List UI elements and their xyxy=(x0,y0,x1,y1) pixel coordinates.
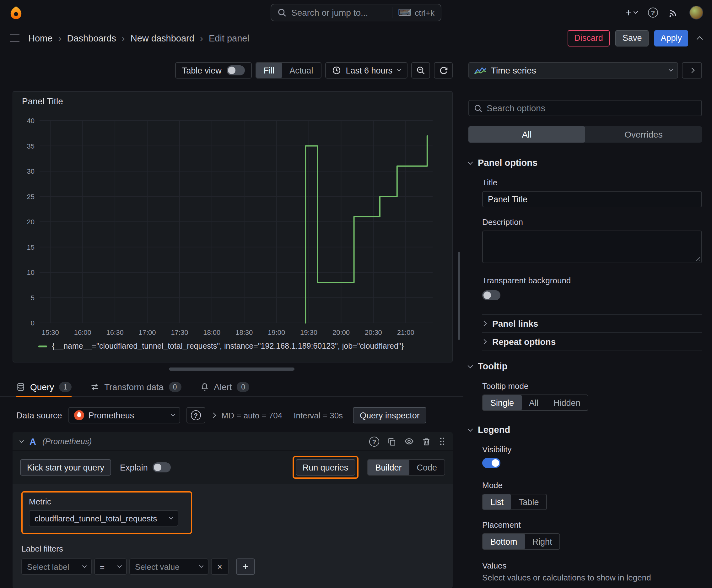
legend-placement-right[interactable]: Right xyxy=(525,534,560,549)
svg-text:21:00: 21:00 xyxy=(397,329,414,336)
edit-pane-left: Table view Fill Actual Last 6 hours xyxy=(0,51,463,588)
svg-text:10: 10 xyxy=(27,269,35,276)
apply-button[interactable]: Apply xyxy=(654,30,688,46)
chevron-down-icon xyxy=(169,515,173,520)
save-button[interactable]: Save xyxy=(616,30,649,46)
chart-legend[interactable]: {__name__="cloudflared_tunnel_total_requ… xyxy=(38,342,452,351)
panel-view-toolbar: Table view Fill Actual Last 6 hours xyxy=(0,62,453,79)
explain-switch[interactable] xyxy=(153,462,171,472)
panel-options-subsections: Panel links Repeat options xyxy=(482,314,702,351)
legend-visibility-label: Visibility xyxy=(482,445,702,454)
legend-values-label: Values xyxy=(482,561,702,570)
tooltip-mode-all[interactable]: All xyxy=(521,395,546,410)
breadcrumb-new-dashboard[interactable]: New dashboard xyxy=(131,33,194,43)
tooltip-mode-single[interactable]: Single xyxy=(483,395,521,410)
legend-visibility-switch[interactable] xyxy=(482,458,500,468)
chevron-down-icon xyxy=(171,412,175,417)
table-view-label: Table view xyxy=(182,66,222,75)
refresh-button[interactable] xyxy=(434,62,453,79)
query-inspector-button[interactable]: Query inspector xyxy=(353,407,427,423)
legend-placement-label: Placement xyxy=(482,520,702,530)
tab-transform[interactable]: Transform data 0 xyxy=(90,377,181,396)
panel-links-row[interactable]: Panel links xyxy=(482,314,702,332)
operator-dropdown[interactable]: = xyxy=(94,559,127,575)
panel-title: Panel Title xyxy=(13,92,452,110)
transform-icon xyxy=(90,382,99,391)
drag-handle-icon[interactable] xyxy=(439,437,445,446)
tab-alert[interactable]: Alert 0 xyxy=(200,377,250,396)
panel-options-section-header[interactable]: Panel options xyxy=(468,158,702,168)
options-expand-icon[interactable] xyxy=(211,413,216,418)
table-view-switch[interactable] xyxy=(226,65,245,76)
select-label-dropdown[interactable]: Select label xyxy=(21,559,92,575)
delete-query-trash-icon[interactable] xyxy=(422,437,431,446)
visualization-picker[interactable]: Time series xyxy=(468,62,678,79)
global-search-input[interactable]: Search or jump to... ⌨ ctrl+k xyxy=(271,4,441,21)
kick-start-button[interactable]: Kick start your query xyxy=(20,459,111,476)
tab-all-options[interactable]: All xyxy=(468,126,585,143)
legend-placement-bottom[interactable]: Bottom xyxy=(483,534,525,549)
transparent-background-label: Transparent background xyxy=(482,276,702,285)
search-placeholder: Search or jump to... xyxy=(291,7,387,18)
legend-mode-table[interactable]: Table xyxy=(511,495,546,509)
description-field-label: Description xyxy=(482,217,702,227)
select-label-placeholder: Select label xyxy=(27,562,79,571)
duplicate-query-icon[interactable] xyxy=(387,437,396,446)
collapse-toolbar-icon[interactable] xyxy=(697,36,703,42)
tooltip-mode-hidden[interactable]: Hidden xyxy=(546,395,588,410)
menu-toggle-icon[interactable] xyxy=(10,35,19,41)
breadcrumb-home[interactable]: Home xyxy=(28,33,52,43)
options-pane: Time series Search options All Overrides… xyxy=(463,51,712,588)
query-ref-datasource: (Prometheus) xyxy=(42,437,92,446)
zoom-out-button[interactable] xyxy=(411,62,430,79)
builder-option[interactable]: Builder xyxy=(368,460,409,475)
datasource-help-button[interactable]: ? xyxy=(187,407,205,423)
user-avatar[interactable] xyxy=(689,6,703,19)
search-options-input[interactable]: Search options xyxy=(468,100,702,116)
collapse-options-button[interactable] xyxy=(682,62,702,79)
search-options-placeholder: Search options xyxy=(487,103,545,113)
discard-button[interactable]: Discard xyxy=(567,30,610,46)
pane-resize-handle[interactable] xyxy=(169,368,295,371)
breadcrumb-separator: › xyxy=(122,33,125,43)
time-range-picker[interactable]: Last 6 hours xyxy=(325,62,408,79)
svg-text:17:30: 17:30 xyxy=(171,329,188,336)
metric-select[interactable]: cloudflared_tunnel_total_requests xyxy=(29,510,178,526)
tooltip-section-header[interactable]: Tooltip xyxy=(468,361,702,371)
select-value-dropdown[interactable]: Select value xyxy=(129,559,209,575)
add-menu-button[interactable]: + xyxy=(625,7,637,18)
collapse-query-icon[interactable] xyxy=(19,438,24,443)
legend-section-title: Legend xyxy=(478,425,510,435)
panel-title-input[interactable]: Panel Title xyxy=(482,191,702,207)
svg-text:20:30: 20:30 xyxy=(365,329,382,336)
table-view-toggle[interactable]: Table view xyxy=(175,62,252,79)
run-queries-button[interactable]: Run queries xyxy=(296,459,355,476)
legend-section-header[interactable]: Legend xyxy=(468,425,702,435)
clock-icon xyxy=(332,66,341,75)
description-textarea[interactable] xyxy=(482,231,702,263)
repeat-options-row[interactable]: Repeat options xyxy=(482,332,702,351)
add-filter-button[interactable]: + xyxy=(236,559,255,575)
tab-overrides[interactable]: Overrides xyxy=(585,126,702,143)
run-queries-highlight: Run queries xyxy=(293,456,359,479)
left-pane-scrollbar[interactable] xyxy=(458,252,460,340)
help-icon[interactable]: ? xyxy=(648,7,658,18)
transparent-background-switch[interactable] xyxy=(482,290,500,300)
search-shortcut: ⌨ ctrl+k xyxy=(392,7,434,18)
fill-option[interactable]: Fill xyxy=(256,63,282,78)
breadcrumb-dashboards[interactable]: Dashboards xyxy=(67,33,116,43)
query-row-header[interactable]: A (Prometheus) ? xyxy=(13,432,453,451)
tab-query[interactable]: Query 1 xyxy=(16,377,71,396)
news-broadcast-icon[interactable] xyxy=(669,7,679,18)
legend-mode-list[interactable]: List xyxy=(483,495,511,509)
grafana-logo[interactable] xyxy=(9,5,23,20)
query-help-icon[interactable]: ? xyxy=(369,436,379,446)
actual-option[interactable]: Actual xyxy=(282,63,321,78)
datasource-picker[interactable]: Prometheus xyxy=(68,407,180,423)
prometheus-icon xyxy=(74,410,84,420)
remove-filter-button[interactable]: × xyxy=(211,559,229,575)
code-option[interactable]: Code xyxy=(409,460,445,475)
label-filters-label: Label filters xyxy=(21,544,444,553)
bell-icon xyxy=(200,382,209,391)
disable-query-eye-icon[interactable] xyxy=(404,437,414,446)
